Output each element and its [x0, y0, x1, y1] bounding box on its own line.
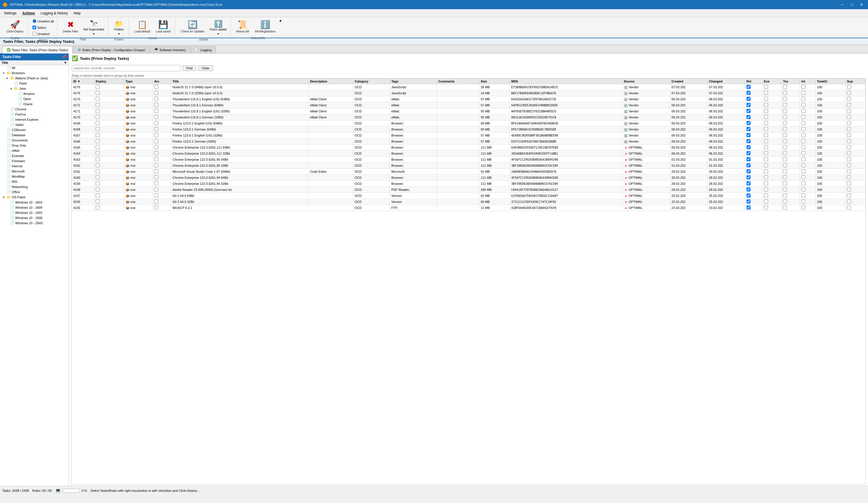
- rel-checkbox[interactable]: [746, 163, 751, 167]
- sidebar-item-win10-1903[interactable]: 📄 Windows 10 - 1903: [0, 210, 69, 215]
- cell-deploy[interactable]: [94, 96, 124, 102]
- cell-arc[interactable]: [153, 127, 171, 132]
- cell-sup[interactable]: [845, 139, 865, 144]
- cell-int[interactable]: [800, 181, 815, 187]
- cell-rel[interactable]: [745, 163, 762, 169]
- cell-rel[interactable]: [745, 181, 762, 187]
- unselect-checkbox[interactable]: [32, 32, 36, 36]
- eve-checkbox[interactable]: [764, 103, 768, 107]
- sup-checkbox[interactable]: [847, 127, 851, 131]
- rel-checkbox[interactable]: [746, 121, 751, 125]
- cell-int[interactable]: [800, 151, 815, 157]
- rel-checkbox[interactable]: [746, 133, 751, 137]
- tab-logging[interactable]: 📝 Logging: [191, 46, 216, 53]
- cell-tes[interactable]: [782, 108, 800, 114]
- sup-checkbox[interactable]: [847, 85, 851, 89]
- col-md5[interactable]: MD5: [510, 79, 622, 84]
- cell-deploy[interactable]: [94, 193, 124, 199]
- eve-checkbox[interactable]: [764, 91, 768, 95]
- sidebar-item-chrome[interactable]: 📄 Chrome: [0, 107, 69, 112]
- table-row[interactable]: 4172 📦 exe Thunderbird 115.8.1 German (6…: [72, 102, 865, 108]
- eve-checkbox[interactable]: [764, 121, 768, 125]
- cell-int[interactable]: [800, 102, 815, 108]
- cell-tes[interactable]: [782, 163, 800, 169]
- cell-sup[interactable]: [845, 187, 865, 193]
- cell-int[interactable]: [800, 187, 815, 193]
- int-checkbox[interactable]: [802, 133, 805, 137]
- tes-checkbox[interactable]: [783, 127, 787, 131]
- table-row[interactable]: 4171 📦 exe Thunderbird 115.8.1 English (…: [72, 108, 865, 114]
- cell-arc[interactable]: [153, 151, 171, 157]
- sidebar-item-amazon[interactable]: 📄 Amazon: [0, 91, 69, 96]
- col-comments[interactable]: Comments: [437, 79, 479, 84]
- tes-checkbox[interactable]: [783, 163, 787, 167]
- eve-checkbox[interactable]: [764, 151, 768, 155]
- table-row[interactable]: 4156 📦 exe Git 2.44.0 32Bit OCD Version …: [72, 199, 865, 205]
- cell-deploy[interactable]: [94, 90, 124, 96]
- rel-checkbox[interactable]: [746, 193, 751, 198]
- cell-int[interactable]: [800, 127, 815, 132]
- maximize-button[interactable]: □: [848, 2, 855, 8]
- int-checkbox[interactable]: [802, 145, 805, 149]
- int-checkbox[interactable]: [802, 205, 805, 210]
- cell-sup[interactable]: [845, 175, 865, 181]
- cell-eve[interactable]: [762, 120, 782, 127]
- deploy-checkbox[interactable]: [96, 188, 100, 191]
- cell-arc[interactable]: [153, 139, 171, 144]
- table-row[interactable]: 4175 📦 msi NodeJS 21.7.0 (64Bit) (npm 10…: [72, 84, 865, 90]
- tab-tasks-filter[interactable]: ✅ Tasks Filter, Tasks (Prism Deploy Task…: [2, 46, 72, 53]
- eve-checkbox[interactable]: [764, 200, 768, 203]
- cell-deploy[interactable]: [94, 187, 124, 193]
- cell-rel[interactable]: [745, 193, 762, 199]
- arc-checkbox[interactable]: [154, 103, 158, 107]
- rel-checkbox[interactable]: [746, 151, 751, 155]
- sidebar-item-freeware[interactable]: 📄 Freeware: [0, 158, 69, 163]
- load-default-button[interactable]: 📋 Load default: [132, 18, 153, 34]
- deploy-checkbox[interactable]: [96, 175, 100, 179]
- not-superseded-dropdown[interactable]: ▼: [81, 32, 106, 36]
- cell-int[interactable]: [800, 144, 815, 151]
- sup-checkbox[interactable]: [847, 181, 851, 185]
- int-checkbox[interactable]: [802, 127, 805, 131]
- cell-arc[interactable]: [153, 181, 171, 187]
- menu-logging[interactable]: Logging & History: [38, 10, 71, 17]
- eve-checkbox[interactable]: [764, 163, 768, 167]
- cell-sup[interactable]: [845, 120, 865, 127]
- deploy-checkbox[interactable]: [96, 151, 100, 155]
- cell-arc[interactable]: [153, 84, 171, 90]
- sidebar-item-msi[interactable]: 📄 MSI: [0, 179, 69, 184]
- cell-rel[interactable]: [745, 96, 762, 102]
- eve-checkbox[interactable]: [764, 115, 768, 119]
- sidebar-item-os-patch[interactable]: ▼ 📁 OS-Patch: [0, 194, 69, 200]
- arc-checkbox[interactable]: [154, 139, 158, 143]
- sup-checkbox[interactable]: [847, 97, 851, 101]
- eve-checkbox[interactable]: [764, 181, 768, 185]
- cell-deploy[interactable]: [94, 144, 124, 151]
- arc-checkbox[interactable]: [154, 193, 158, 198]
- search-input[interactable]: [72, 65, 181, 71]
- cell-deploy[interactable]: [94, 102, 124, 108]
- cell-sup[interactable]: [845, 193, 865, 199]
- cell-sup[interactable]: [845, 169, 865, 175]
- menu-actions[interactable]: Actions: [19, 10, 38, 17]
- int-checkbox[interactable]: [802, 175, 805, 179]
- cell-rel[interactable]: [745, 84, 762, 90]
- int-checkbox[interactable]: [802, 97, 805, 101]
- sidebar-sort-icon[interactable]: ▼: [64, 61, 67, 64]
- sup-checkbox[interactable]: [847, 205, 851, 210]
- rel-checkbox[interactable]: [746, 205, 751, 210]
- cell-int[interactable]: [800, 205, 815, 211]
- tes-checkbox[interactable]: [783, 109, 787, 113]
- sidebar-item-office[interactable]: 📄 Office: [0, 189, 69, 194]
- cell-eve[interactable]: [762, 96, 782, 102]
- cell-sup[interactable]: [845, 163, 865, 169]
- close-button[interactable]: ✕: [858, 2, 866, 8]
- deploy-checkbox[interactable]: [96, 169, 100, 173]
- rel-checkbox[interactable]: [746, 85, 751, 89]
- sidebar-item-database[interactable]: 📄 Database: [0, 132, 69, 138]
- cell-int[interactable]: [800, 114, 815, 120]
- sup-checkbox[interactable]: [847, 175, 851, 179]
- cell-eve[interactable]: [762, 169, 782, 175]
- cell-sup[interactable]: [845, 205, 865, 211]
- sidebar-item-addons[interactable]: ▼ 📁 Addons (Flash or Java): [0, 76, 69, 81]
